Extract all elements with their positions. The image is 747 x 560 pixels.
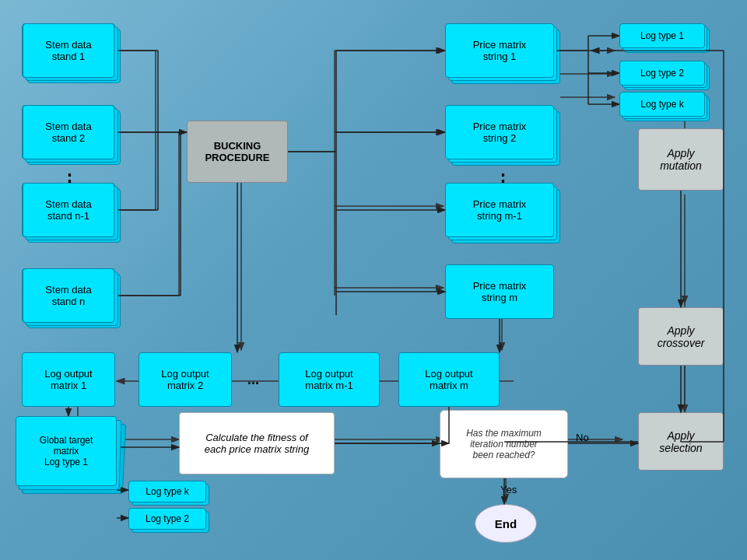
log-output-2: Log output matrix 2 [139, 352, 232, 407]
stem-data-n1: Stem data stand n-1 [22, 183, 115, 237]
applyMutation-label: Apply mutation [660, 147, 702, 172]
logType1-label: Log type 1 [640, 30, 684, 41]
priceStrM-label: Price matrix string m [473, 280, 527, 303]
priceStrM1-label: Price matrix string m-1 [473, 198, 527, 222]
stem2-label: Stem data stand 2 [45, 121, 91, 144]
log-type-2: Log type 2 [619, 61, 705, 86]
logOutM1-label: Log output matrix m-1 [305, 368, 352, 391]
price-matrix-2: Price matrix string 2 [445, 105, 554, 159]
log-output-1: Log output matrix 1 [22, 352, 115, 407]
logOutM-label: Log output matrix m [425, 368, 472, 391]
stemN1-label: Stem data stand n-1 [45, 198, 91, 222]
log-type-2-bottom: Log type 2 [128, 508, 206, 530]
no-label: No [576, 432, 589, 443]
applyCrossover-label: Apply crossover [658, 324, 705, 349]
apply-mutation: Apply mutation [638, 128, 724, 191]
stemN-label: Stem data stand n [45, 284, 91, 307]
log-type-k: Log type k [619, 92, 705, 117]
bucking-procedure: BUCKING PROCEDURE [187, 121, 288, 183]
priceStr2-label: Price matrix string 2 [473, 121, 527, 144]
calcFitness-label: Calculate the fitness of each price matr… [205, 432, 309, 455]
price-matrix-m1: Price matrix string m-1 [445, 183, 554, 237]
price-matrix-1: Price matrix string 1 [445, 23, 554, 78]
globalTarget-label: Global target matrix Log type 1 [40, 435, 93, 467]
log-type-1: Log type 1 [619, 23, 705, 48]
calculate-fitness: Calculate the fitness of each price matr… [179, 412, 335, 474]
logType2-label: Log type 2 [640, 68, 684, 79]
price-matrix-m: Price matrix string m [445, 264, 554, 319]
logOut1-label: Log output matrix 1 [44, 368, 92, 391]
maxIter-label: Has the maximum iteration number been re… [466, 428, 542, 460]
stem-data-2: Stem data stand 2 [22, 105, 115, 159]
logTypeK2-label: Log type k [146, 486, 188, 497]
logOut2-label: Log output matrix 2 [161, 368, 209, 391]
log-output-m1: Log output matrix m-1 [279, 352, 380, 407]
logTypeK-label: Log type k [640, 99, 683, 110]
stem1-label: Stem data stand 1 [45, 39, 91, 62]
stem-data-n: Stem data stand n [22, 268, 115, 323]
yes-label: Yes [500, 484, 517, 495]
bucking-label: BUCKING PROCEDURE [205, 140, 269, 163]
max-iteration-check: Has the maximum iteration number been re… [440, 410, 568, 478]
apply-selection: Apply selection [638, 412, 724, 471]
log-output-m: Log output matrix m [398, 352, 500, 407]
end-oval: End [475, 504, 537, 543]
apply-crossover: Apply crossover [638, 307, 724, 366]
end-label: End [495, 517, 517, 530]
global-target-matrix: Global target matrix Log type 1 [16, 416, 117, 486]
stem-data-1: Stem data stand 1 [22, 23, 115, 78]
log-type-k-bottom: Log type k [128, 481, 206, 502]
applySelection-label: Apply selection [659, 429, 702, 454]
dots-horizontal: ... [247, 372, 259, 388]
logType2b-label: Log type 2 [146, 513, 189, 524]
priceStr1-label: Price matrix string 1 [473, 39, 527, 62]
